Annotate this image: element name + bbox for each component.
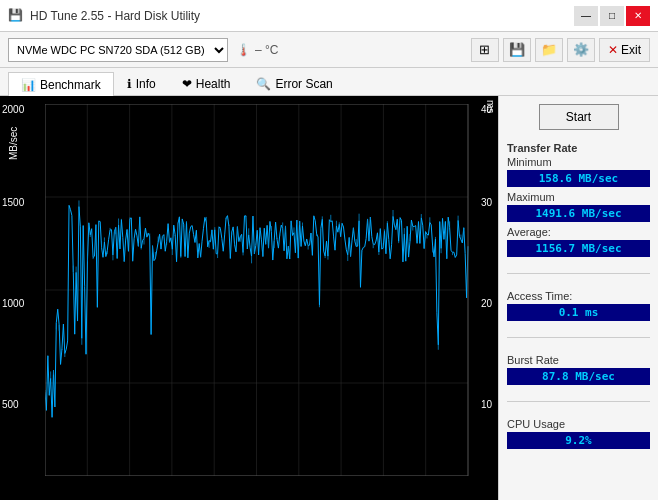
y-axis-left-label: MB/sec [8,100,19,160]
maximize-button[interactable]: □ [600,6,624,26]
health-tab-label: Health [196,77,231,91]
average-label: Average: [507,226,650,238]
transfer-rate-section: Transfer Rate Minimum 158.6 MB/sec Maxim… [507,142,650,261]
exit-label: Exit [621,43,641,57]
y-label-left-500: 500 [2,399,19,410]
divider-2 [507,337,650,338]
info-tab-icon: ℹ [127,77,132,91]
minimize-button[interactable]: — [574,6,598,26]
temperature-value: – °C [255,43,278,57]
y-label-right-10: 10 [481,399,492,410]
close-button[interactable]: ✕ [626,6,650,26]
tab-info[interactable]: ℹ Info [114,71,169,95]
burst-rate-value: 87.8 MB/sec [507,368,650,385]
cpu-usage-section: CPU Usage 9.2% [507,418,650,453]
tab-bar: 📊 Benchmark ℹ Info ❤ Health 🔍 Error Scan [0,68,658,96]
toolbar: NVMe WDC PC SN720 SDA (512 GB) 🌡️ – °C ⊞… [0,32,658,68]
y-label-left-1000: 1000 [2,298,24,309]
access-time-label: Access Time: [507,290,650,302]
app-icon: 💾 [8,8,24,24]
save-icon-btn[interactable]: 💾 [503,38,531,62]
window-title: HD Tune 2.55 - Hard Disk Utility [30,9,574,23]
maximum-label: Maximum [507,191,650,203]
benchmark-chart [45,104,488,476]
divider-1 [507,273,650,274]
drive-select[interactable]: NVMe WDC PC SN720 SDA (512 GB) [8,38,228,62]
sidebar: Start Transfer Rate Minimum 158.6 MB/sec… [498,96,658,500]
benchmark-tab-icon: 📊 [21,78,36,92]
thermometer-icon: 🌡️ [236,43,251,57]
transfer-rate-label: Transfer Rate [507,142,650,154]
burst-rate-label: Burst Rate [507,354,650,366]
health-tab-icon: ❤ [182,77,192,91]
y-label-right-30: 30 [481,197,492,208]
error-scan-tab-label: Error Scan [275,77,332,91]
tab-health[interactable]: ❤ Health [169,71,244,95]
y-label-left-1500: 1500 [2,197,24,208]
y-axis-right-label: ms [485,100,496,130]
access-time-value: 0.1 ms [507,304,650,321]
toolbar-icons: ⊞ 💾 📁 ⚙️ ✕ Exit [471,38,650,62]
benchmark-tab-label: Benchmark [40,78,101,92]
folder-icon-btn[interactable]: 📁 [535,38,563,62]
cpu-usage-value: 9.2% [507,432,650,449]
start-button[interactable]: Start [539,104,619,130]
info-tab-label: Info [136,77,156,91]
exit-icon: ✕ [608,43,618,57]
minimum-label: Minimum [507,156,650,168]
exit-button[interactable]: ✕ Exit [599,38,650,62]
y-label-right-20: 20 [481,298,492,309]
title-bar: 💾 HD Tune 2.55 - Hard Disk Utility — □ ✕ [0,0,658,32]
minimum-value: 158.6 MB/sec [507,170,650,187]
temperature-display: 🌡️ – °C [236,43,278,57]
error-scan-tab-icon: 🔍 [256,77,271,91]
cpu-usage-label: CPU Usage [507,418,650,430]
access-time-section: Access Time: 0.1 ms [507,290,650,325]
maximum-value: 1491.6 MB/sec [507,205,650,222]
copy-icon-btn[interactable]: ⊞ [471,38,499,62]
settings-icon-btn[interactable]: ⚙️ [567,38,595,62]
burst-rate-section: Burst Rate 87.8 MB/sec [507,354,650,389]
tab-error-scan[interactable]: 🔍 Error Scan [243,71,345,95]
tab-benchmark[interactable]: 📊 Benchmark [8,72,114,96]
chart-area: 2000 1500 1000 500 MB/sec 40 30 20 10 ms [0,96,498,500]
window-controls: — □ ✕ [574,6,650,26]
main-content: 2000 1500 1000 500 MB/sec 40 30 20 10 ms… [0,96,658,500]
average-value: 1156.7 MB/sec [507,240,650,257]
divider-3 [507,401,650,402]
